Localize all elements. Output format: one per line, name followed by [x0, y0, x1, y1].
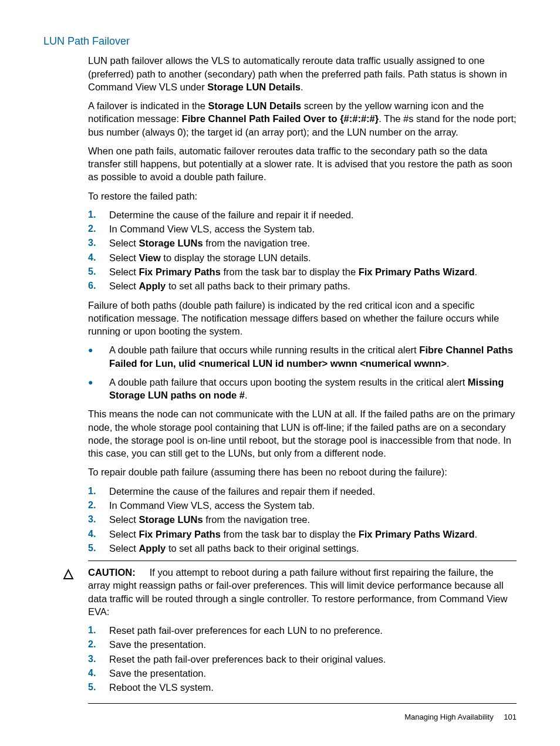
- text: In Command View VLS, access the System t…: [109, 499, 517, 512]
- list-number: 4.: [88, 528, 109, 541]
- bold-term: Storage LUN Details: [208, 100, 302, 111]
- bold-term: Storage LUN Details: [207, 82, 301, 92]
- list-item: 5.Reboot the VLS system.: [88, 681, 517, 694]
- list-item: 1.Determine the cause of the failures an…: [88, 485, 517, 498]
- ordered-list-caution: 1.Reset path fail-over preferences for e…: [88, 624, 517, 694]
- list-item: 2.Save the presentation.: [88, 638, 517, 651]
- text: A double path failure that occurs upon b…: [109, 376, 517, 402]
- list-number: 2.: [88, 499, 109, 512]
- list-item: 6.Select Apply to set all paths back to …: [88, 279, 517, 292]
- caution-icon: △: [63, 566, 88, 580]
- list-item: 2.In Command View VLS, access the System…: [88, 499, 517, 512]
- list-number: 5.: [88, 542, 109, 555]
- list-item: 4.Select View to display the storage LUN…: [88, 251, 517, 264]
- text: Reset path fail-over preferences for eac…: [109, 624, 517, 637]
- paragraph: Failure of both paths (double path failu…: [88, 299, 517, 338]
- list-item: 1.Reset path fail-over preferences for e…: [88, 624, 517, 637]
- list-item: 4.Select Fix Primary Paths from the task…: [88, 528, 517, 541]
- text: Reboot the VLS system.: [109, 681, 517, 694]
- list-number: 6.: [88, 279, 109, 292]
- caution-block: △ CAUTION:If you attempt to reboot durin…: [63, 561, 517, 704]
- paragraph: When one path fails, automatic failover …: [88, 144, 517, 184]
- caution-body: CAUTION:If you attempt to reboot during …: [88, 566, 517, 700]
- text: A double path failure that occurs while …: [109, 343, 517, 370]
- body-column: LUN path failover allows the VLS to auto…: [88, 54, 517, 555]
- text: Select Storage LUNs from the navigation …: [109, 513, 517, 526]
- text: Determine the cause of the failure and r…: [109, 208, 517, 221]
- list-item: 2.In Command View VLS, access the System…: [88, 222, 517, 235]
- list-item: 4.Save the presentation.: [88, 667, 517, 680]
- list-item: 5.Select Apply to set all paths back to …: [88, 542, 517, 555]
- page: LUN Path Failover LUN path failover allo…: [0, 0, 560, 746]
- list-item: 5.Select Fix Primary Paths from the task…: [88, 265, 517, 278]
- list-number: 3.: [88, 653, 109, 666]
- list-number: 3.: [88, 513, 109, 526]
- list-item: 3.Reset the path fail-over preferences b…: [88, 653, 517, 666]
- footer-text: Managing High Availability: [404, 713, 494, 721]
- paragraph: A failover is indicated in the Storage L…: [88, 99, 517, 139]
- text: Select Storage LUNs from the navigation …: [109, 237, 517, 249]
- list-number: 1.: [88, 485, 109, 498]
- paragraph: To restore the failed path:: [88, 190, 517, 202]
- list-number: 3.: [88, 237, 109, 249]
- paragraph: This means the node can not communicate …: [88, 407, 517, 460]
- list-number: 5.: [88, 265, 109, 278]
- list-item: ●A double path failure that occurs while…: [88, 343, 517, 370]
- page-number: 101: [504, 713, 517, 721]
- list-number: 4.: [88, 667, 109, 680]
- text: Save the presentation.: [109, 638, 517, 651]
- list-item: ●A double path failure that occurs upon …: [88, 376, 517, 402]
- list-number: 1.: [88, 624, 109, 637]
- ordered-list-repair: 1.Determine the cause of the failures an…: [88, 485, 517, 555]
- list-number: 4.: [88, 251, 109, 264]
- paragraph: LUN path failover allows the VLS to auto…: [88, 54, 517, 93]
- caution-label: CAUTION:: [88, 567, 136, 578]
- bullet-list: ●A double path failure that occurs while…: [88, 343, 517, 401]
- text: Reset the path fail-over preferences bac…: [109, 653, 517, 666]
- caution-paragraph: CAUTION:If you attempt to reboot during …: [88, 566, 517, 618]
- paragraph: To repair double path failure (assuming …: [88, 465, 517, 478]
- bold-term: Fibre Channel Path Failed Over to {#:#:#…: [182, 113, 379, 124]
- divider: [88, 703, 517, 704]
- text: .: [301, 82, 303, 92]
- text: Select View to display the storage LUN d…: [109, 251, 517, 264]
- section-heading: LUN Path Failover: [43, 34, 517, 48]
- list-item: 1.Determine the cause of the failure and…: [88, 208, 517, 221]
- list-number: 1.: [88, 208, 109, 221]
- divider: [88, 561, 517, 561]
- bullet-icon: ●: [88, 343, 109, 370]
- text: Determine the cause of the failures and …: [109, 485, 517, 498]
- text: In Command View VLS, access the System t…: [109, 222, 517, 235]
- list-number: 2.: [88, 222, 109, 235]
- text: If you attempt to reboot during a path f…: [88, 567, 507, 617]
- text: Save the presentation.: [109, 667, 517, 680]
- list-item: 3.Select Storage LUNs from the navigatio…: [88, 513, 517, 526]
- text: Select Fix Primary Paths from the task b…: [109, 265, 517, 278]
- text: Select Fix Primary Paths from the task b…: [109, 528, 517, 541]
- ordered-list-restore: 1.Determine the cause of the failure and…: [88, 208, 517, 293]
- text: Select Apply to set all paths back to th…: [109, 279, 517, 292]
- list-number: 5.: [88, 681, 109, 694]
- list-item: 3.Select Storage LUNs from the navigatio…: [88, 237, 517, 249]
- page-footer: Managing High Availability 101: [404, 712, 517, 723]
- bullet-icon: ●: [88, 376, 109, 402]
- text: A failover is indicated in the: [88, 100, 208, 111]
- list-number: 2.: [88, 638, 109, 651]
- text: Select Apply to set all paths back to th…: [109, 542, 517, 555]
